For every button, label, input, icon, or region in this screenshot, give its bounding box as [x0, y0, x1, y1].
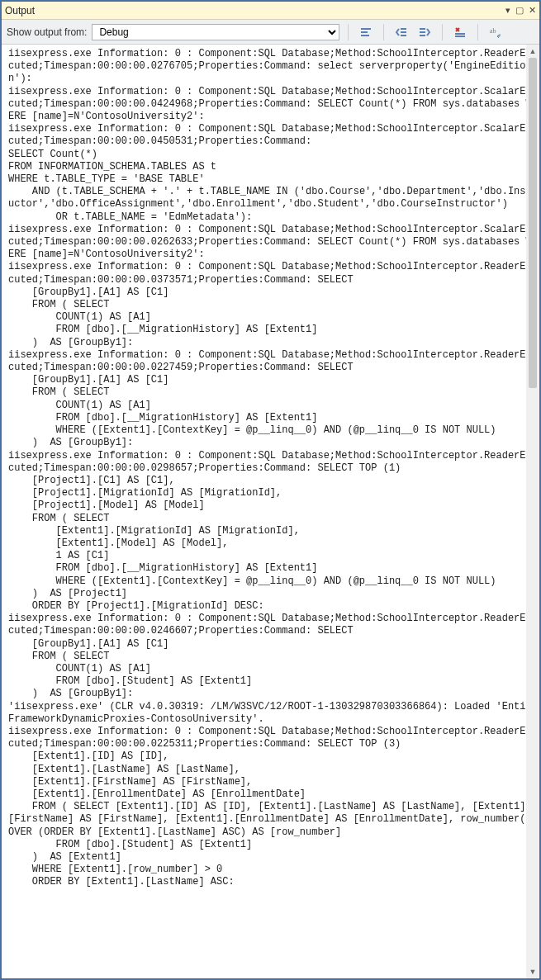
- svg-rect-0: [361, 28, 371, 30]
- svg-rect-7: [420, 31, 425, 33]
- scrollbar-thumb[interactable]: [529, 58, 537, 388]
- vertical-scrollbar[interactable]: ▲ ▼: [526, 45, 539, 978]
- indent-left-icon[interactable]: [392, 23, 410, 41]
- pin-icon[interactable]: ▢: [515, 5, 524, 16]
- output-source-select[interactable]: Debug: [92, 24, 339, 40]
- svg-rect-3: [401, 28, 406, 30]
- toolbar-separator: [383, 24, 384, 40]
- show-from-label: Show output from:: [7, 26, 87, 38]
- close-icon[interactable]: ✕: [529, 5, 536, 16]
- svg-rect-6: [420, 28, 425, 30]
- word-wrap-icon[interactable]: ab: [486, 23, 505, 41]
- toolbar-separator: [477, 24, 478, 40]
- scroll-down-icon[interactable]: ▼: [526, 965, 539, 978]
- find-message-icon[interactable]: [357, 23, 375, 41]
- window-buttons: ▾ ▢ ✕: [505, 5, 536, 16]
- dropdown-icon[interactable]: ▾: [505, 5, 510, 16]
- svg-text:ab: ab: [490, 27, 496, 35]
- svg-rect-5: [401, 35, 406, 36]
- toolbar-separator: [442, 24, 443, 40]
- svg-rect-2: [361, 35, 369, 36]
- output-area[interactable]: iisexpress.exe Information: 0 : Componen…: [2, 45, 539, 978]
- window-title: Output: [5, 5, 505, 17]
- toolbar-separator: [348, 24, 349, 40]
- svg-rect-8: [420, 35, 425, 36]
- clear-all-icon[interactable]: [451, 23, 469, 41]
- indent-right-icon[interactable]: [415, 23, 434, 41]
- svg-rect-4: [401, 31, 406, 33]
- scroll-up-icon[interactable]: ▲: [526, 45, 539, 58]
- svg-rect-9: [455, 33, 465, 35]
- output-text[interactable]: iisexpress.exe Information: 0 : Componen…: [8, 48, 538, 889]
- toolbar: Show output from: Debug ab: [2, 20, 539, 45]
- svg-rect-1: [361, 31, 368, 33]
- titlebar: Output ▾ ▢ ✕: [2, 2, 539, 20]
- svg-rect-10: [455, 36, 465, 37]
